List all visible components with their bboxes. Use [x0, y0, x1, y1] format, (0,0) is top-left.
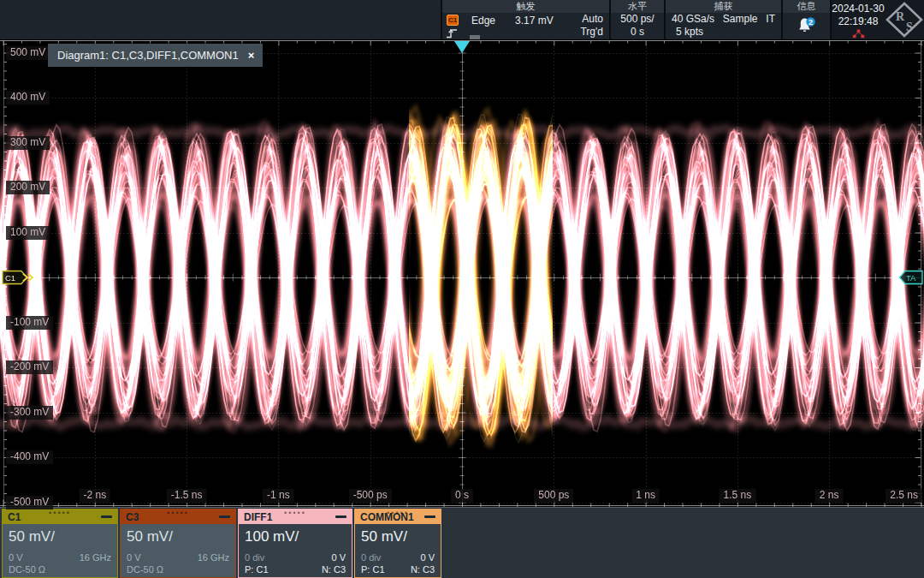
clock-logo-block: 2024-01-30 22:19:48 R S — [830, 0, 924, 39]
offset-value: 0 V — [9, 551, 23, 563]
info-section[interactable]: 信息 2 — [781, 0, 830, 39]
timebase-scale: 500 ps/ — [611, 13, 664, 26]
signal-bar: C1••••• 50 mV/ 0 V16 GHz DC-50 Ω C3•••••… — [0, 507, 924, 578]
trigger-type: Edge — [471, 15, 495, 27]
svg-text:R: R — [896, 10, 905, 23]
minimize-icon[interactable] — [335, 515, 346, 518]
y-axis-label: -300 mV — [6, 406, 53, 420]
y-axis-label: 400 mV — [6, 91, 50, 104]
svg-text:C1: C1 — [5, 273, 15, 283]
rohde-schwarz-logo: R S — [885, 0, 924, 39]
offset-value: 0 V — [420, 551, 435, 563]
x-axis-label: 1 ns — [631, 489, 660, 503]
diagram1-plot-area[interactable]: Diagram1: C1,C3,DIFF1,COMMON1 × 500 mV40… — [0, 39, 924, 507]
notification-count: 2 — [808, 18, 812, 27]
trigger-level-marker-ta[interactable]: TA — [898, 270, 923, 289]
acquisition-flag: IT — [766, 13, 775, 26]
top-status-bar: 触发 C1 Edge 3.17 mV Auto Trg'd 水平 — [0, 0, 924, 39]
topbar-empty-area — [0, 0, 441, 39]
x-axis-label: 2 ns — [815, 489, 844, 503]
bandwidth-value: 16 GHz — [80, 551, 111, 563]
timebase-position: 0 s — [611, 26, 664, 39]
sample-rate: 40 GSa/s — [672, 13, 714, 26]
acquisition-section-header: 捕获 — [666, 0, 781, 13]
y-axis-label: 100 mV — [6, 226, 50, 240]
x-axis-label: -1.5 ns — [167, 489, 207, 503]
positive-source: P: C1 — [361, 563, 385, 575]
grip-dots-icon: ••••• — [49, 509, 71, 517]
channel-badge-common1[interactable]: COMMON1••••• 50 mV/ 0 div0 V P: C1N: C3 — [354, 509, 441, 578]
x-axis-label: -2 ns — [79, 489, 110, 503]
horizontal-section[interactable]: 水平 500 ps/ 0 s — [609, 0, 664, 39]
x-axis-label: 1.5 ns — [720, 489, 756, 503]
x-axis-label: 2.5 ns — [886, 489, 922, 503]
channel-badge-c3[interactable]: C3••••• 50 mV/ 0 V16 GHz DC-50 Ω — [120, 509, 236, 578]
y-axis-label: 200 mV — [6, 181, 50, 194]
trigger-state: Trg'd — [580, 26, 603, 39]
acquisition-mode: Sample — [723, 13, 758, 26]
svg-text:TA: TA — [906, 273, 916, 283]
negative-source: N: C3 — [322, 563, 346, 575]
diagram-tab[interactable]: Diagram1: C1,C3,DIFF1,COMMON1 × — [48, 44, 263, 67]
y-axis-label: -400 mV — [6, 450, 53, 464]
vertical-scale: 50 mV/ — [127, 528, 229, 545]
minimize-icon[interactable] — [424, 515, 435, 518]
trigger-source-chip[interactable]: C1 — [447, 15, 459, 26]
y-axis-label: -100 mV — [6, 316, 53, 330]
offset-value: 0 V — [331, 551, 346, 563]
grip-dots-icon: ••••• — [387, 509, 409, 517]
info-section-header: 信息 — [783, 0, 830, 13]
x-axis-label: -1 ns — [263, 489, 294, 503]
minimize-icon[interactable] — [101, 515, 112, 518]
trigger-section[interactable]: 触发 C1 Edge 3.17 mV Auto Trg'd — [441, 0, 609, 39]
system-date: 2024-01-30 — [832, 3, 885, 15]
vertical-scale: 50 mV/ — [361, 528, 435, 545]
coupling-value: DC-50 Ω — [9, 563, 45, 575]
channel-badge-c1[interactable]: C1••••• 50 mV/ 0 V16 GHz DC-50 Ω — [2, 509, 118, 578]
x-axis-label: 500 ps — [534, 489, 573, 503]
grip-dots-icon: ••••• — [284, 509, 306, 517]
channel-offset-marker-c1[interactable]: C1 — [2, 270, 38, 289]
y-axis-label: 300 mV — [6, 136, 50, 150]
diagram-tab-close-icon[interactable]: × — [248, 49, 255, 62]
bandwidth-value: 16 GHz — [198, 551, 229, 563]
y-axis-label: -500 mV — [6, 496, 53, 509]
trigger-mode: Auto — [580, 13, 603, 26]
trigger-level: 3.17 mV — [515, 15, 554, 27]
offset-value: 0 V — [127, 551, 141, 563]
coupling-value: DC-50 Ω — [127, 563, 163, 575]
x-axis-label: 0 s — [451, 489, 473, 503]
positive-source: P: C1 — [245, 563, 269, 575]
negative-source: N: C3 — [411, 563, 435, 575]
system-time: 22:19:48 — [832, 15, 885, 28]
vertical-scale: 50 mV/ — [9, 528, 111, 545]
minimize-icon[interactable] — [219, 515, 230, 518]
trigger-position-handle[interactable] — [470, 35, 480, 39]
diagram-tab-label: Diagram1: C1,C3,DIFF1,COMMON1 — [57, 49, 239, 62]
y-axis-label: -200 mV — [6, 361, 53, 374]
position-value: 0 div — [245, 551, 264, 563]
y-axis-label: 500 mV — [6, 46, 50, 60]
svg-text:S: S — [906, 21, 913, 33]
record-length: 5 kpts — [666, 26, 781, 39]
oscilloscope-screen: 触发 C1 Edge 3.17 mV Auto Trg'd 水平 — [0, 0, 924, 578]
horizontal-section-header: 水平 — [611, 0, 664, 13]
vertical-scale: 100 mV/ — [245, 528, 346, 545]
grip-dots-icon: ••••• — [167, 509, 189, 517]
trigger-position-marker-icon[interactable] — [453, 40, 471, 57]
acquisition-section[interactable]: 捕获 40 GSa/s Sample IT 5 kpts — [664, 0, 781, 39]
waveform-canvas[interactable] — [0, 39, 924, 507]
x-axis-label: -500 ps — [349, 489, 392, 503]
trigger-section-header: 触发 — [442, 0, 609, 13]
notification-bell-icon[interactable]: 2 — [796, 15, 818, 39]
channel-badge-diff1[interactable]: DIFF1••••• 100 mV/ 0 div0 V P: C1N: C3 — [238, 509, 352, 578]
position-value: 0 div — [361, 551, 381, 563]
